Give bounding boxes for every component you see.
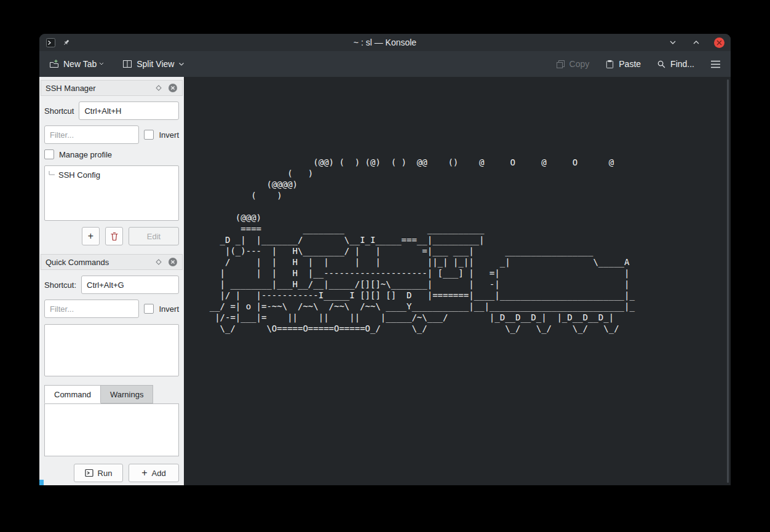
titlebar-controls <box>667 34 724 51</box>
copy-button[interactable]: Copy <box>556 59 590 69</box>
trash-icon <box>110 232 119 241</box>
qc-filter-input[interactable] <box>44 300 139 318</box>
tab-warnings-label: Warnings <box>110 390 143 399</box>
qc-shortcut-input[interactable] <box>81 276 179 294</box>
pin-icon[interactable] <box>62 39 70 47</box>
quick-commands-list[interactable] <box>44 324 179 376</box>
ssh-manager-title: SSH Manager <box>46 84 156 93</box>
titlebar-left-icons <box>46 34 70 51</box>
ssh-manager-panel-header[interactable]: SSH Manager <box>41 80 183 96</box>
tab-command-label: Command <box>54 390 91 399</box>
shortcut-label: Shortcut <box>44 106 74 116</box>
tab-warnings[interactable]: Warnings <box>101 385 153 403</box>
paste-button[interactable]: Paste <box>605 59 641 69</box>
qc-add-button[interactable]: + Add <box>129 464 179 482</box>
new-tab-icon <box>49 59 59 69</box>
ssh-edit-button[interactable]: Edit <box>129 227 179 245</box>
search-icon <box>657 60 666 69</box>
plus-icon: + <box>141 468 147 478</box>
find-button[interactable]: Find... <box>657 59 694 69</box>
qc-tabs: Command Warnings <box>44 385 179 403</box>
close-panel-icon[interactable] <box>168 257 178 267</box>
close-panel-icon[interactable] <box>168 83 178 93</box>
plus-icon: + <box>88 231 93 241</box>
accent-indicator <box>39 480 44 485</box>
ssh-invert-checkbox[interactable] <box>144 130 154 140</box>
ssh-delete-button[interactable] <box>105 227 123 245</box>
tree-branch-icon <box>47 170 57 180</box>
copy-icon <box>556 60 565 69</box>
qc-shortcut-label: Shortcut: <box>44 280 76 290</box>
quick-commands-panel-header[interactable]: Quick Commands <box>41 254 183 270</box>
run-button-label: Run <box>98 469 113 478</box>
copy-label: Copy <box>570 59 590 69</box>
new-tab-button[interactable]: New Tab <box>49 59 104 69</box>
find-label: Find... <box>670 59 694 69</box>
ssh-add-button[interactable]: + <box>82 227 100 245</box>
tree-item-ssh-config[interactable]: SSH Config <box>47 169 176 181</box>
tab-command[interactable]: Command <box>44 385 101 403</box>
window-content: SSH Manager Shortc <box>39 77 731 485</box>
ssh-invert-label: Invert <box>159 130 179 140</box>
konsole-window: ~ : sl — Konsole <box>39 34 731 485</box>
titlebar[interactable]: ~ : sl — Konsole <box>39 34 731 51</box>
window-title: ~ : sl — Konsole <box>354 38 416 47</box>
konsole-app-icon[interactable] <box>46 38 55 47</box>
chevron-down-icon <box>178 62 185 66</box>
edit-button-label: Edit <box>147 232 161 241</box>
maximize-icon[interactable] <box>691 37 702 48</box>
tree-item-label: SSH Config <box>58 170 100 180</box>
hamburger-menu-button[interactable] <box>710 60 721 68</box>
split-view-button[interactable]: Split View <box>122 59 185 69</box>
split-view-label: Split View <box>137 59 174 69</box>
quick-commands-title: Quick Commands <box>46 258 156 267</box>
chevron-down-icon <box>99 62 104 66</box>
ssh-filter-input[interactable] <box>44 125 139 144</box>
new-tab-label: New Tab <box>63 59 97 69</box>
command-editor[interactable] <box>44 403 179 456</box>
sidebar: SSH Manager Shortc <box>39 77 184 485</box>
qc-invert-checkbox[interactable] <box>144 304 154 314</box>
ssh-config-tree[interactable]: SSH Config <box>44 165 179 221</box>
split-view-icon <box>122 59 132 69</box>
float-panel-icon[interactable] <box>156 85 162 91</box>
toolbar: New Tab Split View <box>39 51 731 77</box>
paste-label: Paste <box>619 59 641 69</box>
float-panel-icon[interactable] <box>156 259 162 265</box>
minimize-icon[interactable] <box>667 37 678 48</box>
paste-icon <box>605 60 614 69</box>
add-button-label: Add <box>152 469 166 478</box>
manage-profile-checkbox[interactable] <box>44 149 54 159</box>
hamburger-icon <box>710 60 721 68</box>
ssh-shortcut-input[interactable] <box>79 101 179 120</box>
close-button[interactable] <box>714 38 724 48</box>
terminal-area[interactable]: (@@) ( ) (@) ( ) @@ () @ O @ O @ ( ) (@@… <box>184 77 731 485</box>
run-button[interactable]: Run <box>74 464 123 482</box>
terminal-scrollbar[interactable] <box>727 79 729 483</box>
terminal-output[interactable]: (@@) ( ) (@) ( ) @@ () @ O @ O @ ( ) (@@… <box>184 77 731 334</box>
run-icon <box>85 469 93 477</box>
manage-profile-label: Manage profile <box>59 150 112 159</box>
qc-invert-label: Invert <box>159 304 179 314</box>
